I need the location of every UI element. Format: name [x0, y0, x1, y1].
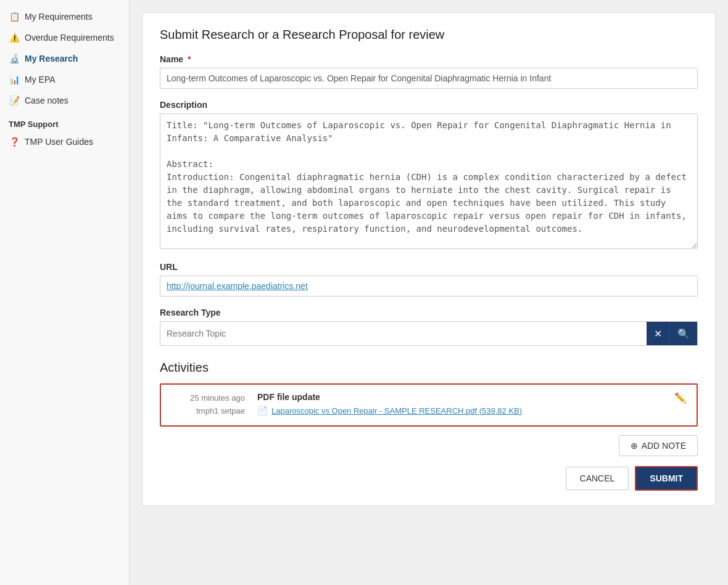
sidebar-item-label: Overdue Requirements: [25, 33, 114, 43]
sidebar-item-my-research[interactable]: 🔬 My Research: [0, 48, 129, 69]
research-type-group: Research Type ✕ 🔍: [160, 308, 698, 346]
url-group: URL http://journal.example.paediatrics.n…: [160, 262, 698, 297]
add-note-plus-icon: ⊕: [631, 441, 638, 451]
file-icon: 📄: [257, 406, 268, 415]
epa-icon: 📊: [9, 74, 20, 85]
sidebar-support-nav: ❓ TMP User Guides: [0, 131, 129, 152]
activities-title: Activities: [160, 361, 698, 375]
submit-row: CANCEL SUBMIT: [160, 466, 698, 491]
add-note-button[interactable]: ⊕ ADD NOTE: [619, 435, 698, 456]
sidebar-item-case-notes[interactable]: 📝 Case notes: [0, 90, 129, 111]
activity-user: tmph1 setpae: [171, 405, 245, 418]
research-type-label: Research Type: [160, 308, 698, 317]
research-icon: 🔬: [9, 53, 20, 64]
edit-activity-button[interactable]: ✏️: [674, 392, 687, 404]
help-icon: ❓: [9, 136, 20, 147]
cancel-button[interactable]: CANCEL: [566, 467, 629, 490]
name-group: Name *: [160, 54, 698, 89]
sidebar-item-overdue-requirements[interactable]: ⚠️ Overdue Requirements: [0, 27, 129, 48]
description-group: Description <span class="desc-black">Tit…: [160, 100, 698, 251]
url-label: URL: [160, 262, 698, 272]
add-note-row: ⊕ ADD NOTE: [160, 435, 698, 456]
url-link[interactable]: http://journal.example.paediatrics.net: [167, 281, 308, 291]
activity-type: PDF file update: [257, 392, 668, 402]
tmp-support-title: TMP Support: [0, 113, 129, 131]
description-textarea[interactable]: <span class="desc-black">Title: "Long-te…: [160, 113, 698, 249]
sidebar-item-label: My EPA: [25, 75, 56, 84]
activity-file: 📄 Laparoscopic vs Open Repair - SAMPLE R…: [257, 406, 668, 415]
activity-meta: 25 minutes ago tmph1 setpae: [171, 392, 245, 418]
sidebar-item-my-epa[interactable]: 📊 My EPA: [0, 69, 129, 90]
overdue-icon: ⚠️: [9, 32, 20, 43]
name-label: Name *: [160, 54, 698, 64]
submit-button[interactable]: SUBMIT: [635, 466, 698, 491]
sidebar-item-my-requirements[interactable]: 📋 My Requirements: [0, 6, 129, 27]
add-note-label: ADD NOTE: [642, 441, 686, 451]
sidebar-item-label: TMP User Guides: [25, 137, 93, 147]
sidebar-item-tmp-user-guides[interactable]: ❓ TMP User Guides: [0, 131, 129, 152]
description-label: Description: [160, 100, 698, 110]
sidebar-item-label: My Requirements: [25, 12, 93, 22]
activity-item: 25 minutes ago tmph1 setpae PDF file upd…: [160, 383, 698, 427]
form-card: Submit Research or a Research Proposal f…: [142, 12, 716, 506]
research-type-input[interactable]: [160, 324, 647, 343]
clear-research-type-button[interactable]: ✕: [647, 322, 670, 345]
search-research-type-button[interactable]: 🔍: [670, 322, 697, 345]
sidebar: 📋 My Requirements ⚠️ Overdue Requirement…: [0, 0, 130, 585]
name-input[interactable]: [160, 68, 698, 89]
activity-timestamp: 25 minutes ago: [171, 392, 245, 405]
activity-body: PDF file update 📄 Laparoscopic vs Open R…: [257, 392, 668, 415]
research-type-row: ✕ 🔍: [160, 321, 698, 346]
case-notes-icon: 📝: [9, 95, 20, 106]
page-title: Submit Research or a Research Proposal f…: [160, 28, 698, 42]
required-indicator: *: [188, 54, 191, 64]
file-link[interactable]: Laparoscopic vs Open Repair - SAMPLE RES…: [271, 406, 522, 415]
sidebar-nav: 📋 My Requirements ⚠️ Overdue Requirement…: [0, 6, 129, 111]
sidebar-item-label: My Research: [25, 54, 78, 63]
main-content: Submit Research or a Research Proposal f…: [130, 0, 728, 585]
requirements-icon: 📋: [9, 11, 20, 22]
sidebar-item-label: Case notes: [25, 96, 68, 105]
